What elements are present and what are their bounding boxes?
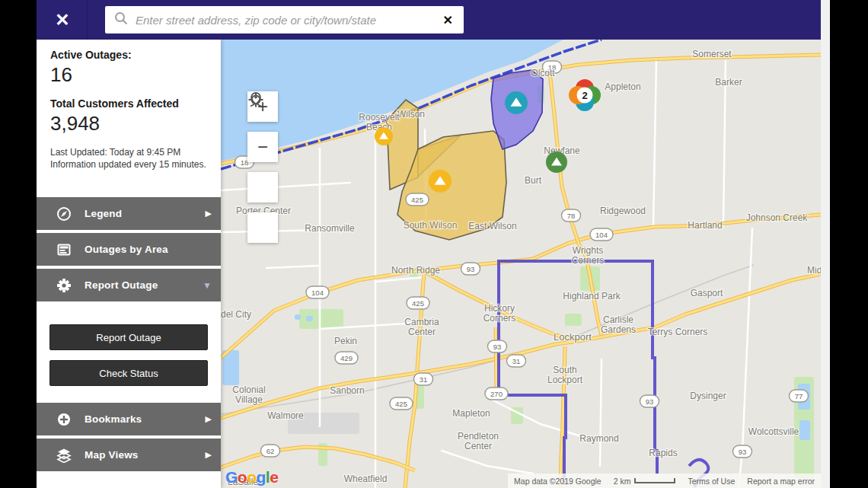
- google-logo-letter: G: [225, 468, 238, 486]
- map-label: Midd: [807, 265, 821, 276]
- route-shield-label: 104: [311, 289, 324, 297]
- minor-road: [600, 359, 602, 466]
- google-logo-letter: o: [247, 468, 256, 486]
- sidebar-section-map-views[interactable]: Map Views ▶: [37, 439, 221, 471]
- map-label: Terrys Corners: [648, 327, 708, 337]
- sidebar-section-label: Map Views: [85, 449, 139, 461]
- layers-icon: [56, 448, 72, 463]
- clear-search-icon[interactable]: ✕: [443, 13, 453, 27]
- map-scale: 2 km: [614, 477, 676, 486]
- map-label: Burt: [525, 175, 542, 186]
- report-outage-panel: Report Outage Check Status: [37, 305, 221, 403]
- google-logo-letter: g: [257, 468, 266, 486]
- chevron-right-icon: ▶: [206, 450, 212, 460]
- map-label: Hartland: [688, 220, 722, 231]
- map-label: SouthLockport: [547, 365, 583, 385]
- report-map-error-link[interactable]: Report a map error: [747, 477, 815, 486]
- map-label: Walmore: [267, 410, 304, 421]
- sidebar: Active Outages: 16 Total Customers Affec…: [37, 40, 221, 488]
- water-patch: [295, 314, 301, 320]
- google-logo-letter: o: [238, 468, 247, 486]
- add-marker-button[interactable]: [247, 172, 278, 203]
- map-attribution: Map data ©2019 Google 2 km Terms of Use …: [508, 474, 821, 488]
- minor-road: [653, 61, 656, 226]
- last-updated-text: Last Updated: Today at 9:45 PM: [50, 146, 207, 158]
- minor-road: [221, 183, 350, 190]
- topbar: ✕ ✕: [37, 0, 821, 40]
- map-label: CarlisleGardens: [601, 314, 636, 335]
- sidebar-section-label: Outages by Area: [85, 244, 168, 255]
- sidebar-section-report-outage[interactable]: Report Outage ▼: [37, 269, 221, 301]
- close-icon[interactable]: ✕: [50, 8, 75, 31]
- map-label: Wolcottsville: [748, 426, 799, 437]
- route-shield-label: 429: [340, 354, 353, 362]
- route-shield-label: 93: [493, 343, 502, 351]
- minor-road: [442, 451, 533, 474]
- sidebar-section-outages-by-area[interactable]: Outages by Area: [37, 233, 221, 266]
- check-status-button[interactable]: Check Status: [49, 360, 208, 386]
- sidebar-section-label: Bookmarks: [85, 413, 142, 425]
- map-label: Mapleton: [452, 408, 490, 419]
- sidebar-section-legend[interactable]: Legend ▶: [37, 197, 221, 230]
- map-label: East Wilson: [468, 221, 516, 231]
- route-shield-label: 31: [420, 375, 428, 384]
- map-label: Sanborn: [330, 385, 364, 396]
- map-label: Somerset: [692, 49, 732, 59]
- map-graphics: 1818781041049342542542542931319327093937…: [221, 40, 821, 488]
- outage-stats: Active Outages: 16 Total Customers Affec…: [37, 40, 221, 171]
- outage-map-app: ✕ ✕ Active Outages: 16 Total Customers A…: [37, 0, 821, 488]
- outage-list-icon: [56, 242, 72, 257]
- map-label: Ridgewood: [600, 206, 646, 216]
- route-shield-label: 425: [412, 299, 424, 308]
- route-shield-label: 93: [739, 448, 747, 456]
- active-outages-value: 16: [50, 62, 207, 88]
- route-shield-label: 31: [512, 357, 521, 365]
- chevron-right-icon: ▶: [206, 414, 212, 424]
- sidebar-section-bookmarks[interactable]: Bookmarks ▶: [37, 403, 221, 435]
- zoom-out-button[interactable]: −: [247, 132, 278, 162]
- route-shield-label: 425: [411, 196, 423, 204]
- route-shield-label: 62: [266, 447, 275, 455]
- route-shield-label: 77: [795, 392, 803, 400]
- chevron-down-icon: ▼: [203, 280, 212, 291]
- search-box[interactable]: ✕: [105, 6, 464, 33]
- minor-road: [266, 266, 320, 268]
- green-patch: [299, 309, 343, 329]
- page-scrollbar[interactable]: [821, 0, 830, 488]
- cluster-count: 2: [582, 90, 587, 101]
- gear-icon: [56, 278, 72, 293]
- route-shield-label: 270: [490, 390, 503, 398]
- map-controls: + −: [247, 91, 278, 253]
- report-outage-button[interactable]: Report Outage: [49, 324, 208, 350]
- map-label: Barker: [715, 77, 742, 88]
- water-patch: [799, 420, 810, 440]
- search-input[interactable]: [136, 14, 432, 27]
- map-label: Lockport: [554, 331, 592, 343]
- route-shield-label: 104: [595, 231, 608, 239]
- map-label: Rapids: [649, 448, 677, 458]
- chevron-right-icon: ▶: [206, 209, 212, 218]
- route-shield-label: 93: [467, 265, 475, 273]
- map-canvas[interactable]: 1818781041049342542542542931319327093937…: [221, 40, 821, 488]
- map-label: Johnson Creek: [746, 212, 809, 223]
- google-logo[interactable]: Google: [225, 468, 278, 486]
- map-label: Wilson: [397, 109, 425, 120]
- terms-of-use-link[interactable]: Terms of Use: [688, 477, 735, 486]
- map-label: Appleton: [605, 81, 640, 92]
- map-label: WrightsCorners: [572, 245, 605, 266]
- topbar-divider: [87, 0, 88, 40]
- update-frequency-text: Information updated every 15 minutes.: [50, 158, 207, 171]
- compass-icon: [56, 206, 72, 222]
- map-label: Pekin: [334, 336, 357, 346]
- map-label: PendletonCenter: [458, 431, 499, 451]
- customers-affected-value: 3,948: [50, 110, 207, 136]
- map-label: Gasport: [691, 288, 723, 298]
- water-patch: [306, 316, 313, 321]
- bookmark-plus-icon: [56, 412, 72, 427]
- map-label: Raymond: [579, 433, 618, 444]
- locate-button[interactable]: [247, 212, 278, 243]
- map-label: North Ridge: [391, 265, 440, 276]
- route-shield-label: 78: [567, 212, 576, 220]
- map-label: HickoryCorners: [483, 303, 516, 324]
- major-road-casing: [221, 447, 415, 470]
